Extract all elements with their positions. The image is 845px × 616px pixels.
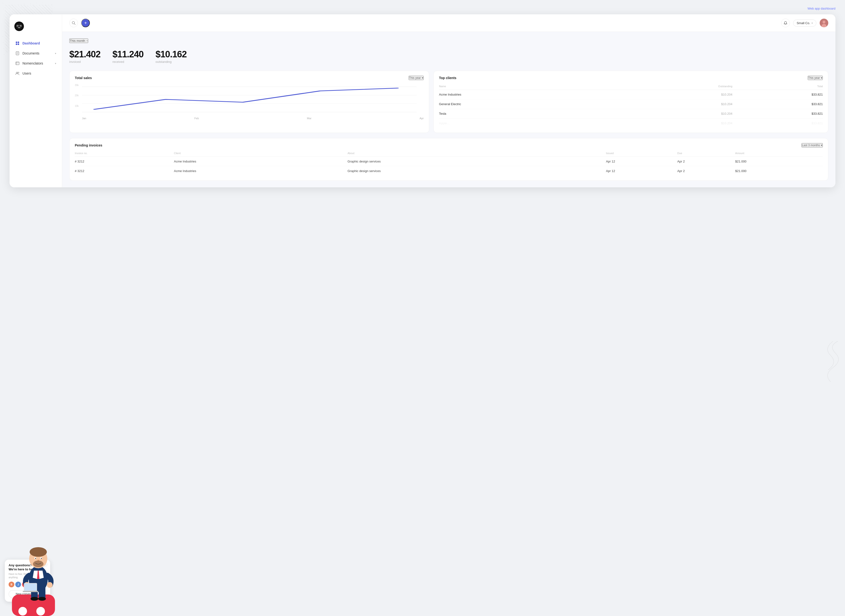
inv-col-issued: Issued [606, 151, 678, 157]
stats-period-button[interactable]: This month ▾ [69, 38, 88, 43]
total-sales-period-button[interactable]: This year ▾ [409, 76, 424, 80]
x-label-mar: Mar [307, 117, 312, 120]
svg-point-4 [20, 26, 21, 26]
client-outstanding: $10.204 [618, 90, 732, 100]
sidebar-nav: Dashboard Documents ▾ [10, 38, 62, 78]
svg-point-6 [21, 25, 22, 26]
svg-rect-8 [18, 42, 19, 43]
invoice-issued: Apr 12 [606, 166, 678, 176]
client-total: $33.821 [732, 109, 823, 119]
top-clients-period-label: This year [808, 76, 820, 79]
dashboard-icon [15, 41, 20, 45]
table-row[interactable]: Acme Industries $10.204 $33.821 [439, 90, 823, 100]
top-clients-header: Top clients This year ▾ [439, 76, 823, 80]
total-sales-period-label: This year [409, 76, 421, 79]
top-clients-caret-icon: ▾ [821, 76, 822, 79]
received-value: $11.240 [112, 49, 144, 60]
invoice-amount: $21.000 [735, 157, 823, 166]
help-avatar-2: J [15, 582, 21, 587]
col-total: Total [732, 84, 823, 90]
nomenclators-icon [15, 61, 20, 66]
svg-point-3 [18, 26, 19, 26]
sidebar-dashboard-label: Dashboard [22, 41, 40, 45]
help-widget: Any questions? We're here to help Have n… [5, 560, 50, 602]
svg-rect-10 [18, 44, 19, 45]
invoice-about: Graphic design services [348, 157, 606, 166]
svg-point-5 [17, 25, 18, 26]
svg-point-43 [40, 557, 42, 559]
invoice-client: Acme Industries [174, 166, 348, 176]
company-selector[interactable]: Small Co. ▾ [793, 20, 816, 26]
total-sales-header: Total sales This year ▾ [75, 76, 424, 80]
table-row[interactable]: Apple... $10.204 $33.821 [439, 119, 823, 128]
pending-invoices-title: Pending invoices [75, 143, 102, 147]
chevron-down-icon: ▾ [55, 52, 56, 55]
invoice-about: Graphic design services [348, 166, 606, 176]
outstanding-stat: $10.162 outstanding [156, 49, 186, 63]
svg-rect-7 [16, 42, 17, 43]
top-clients-title: Top clients [439, 76, 456, 80]
header: + Small Co. ▾ [62, 14, 835, 32]
table-row[interactable]: # 3212 Acme Industries Graphic design se… [75, 166, 823, 176]
svg-point-23 [823, 21, 825, 23]
invoice-amount: $21.000 [735, 166, 823, 176]
svg-rect-15 [16, 62, 19, 65]
client-name: General Electric [439, 100, 618, 109]
invoice-number: # 3212 [75, 157, 174, 166]
client-outstanding: $10.204 [618, 109, 732, 119]
users-icon [15, 71, 20, 75]
search-button[interactable] [69, 19, 78, 27]
invoiced-stat: $21.402 invoiced [69, 49, 100, 63]
user-avatar[interactable] [820, 19, 828, 27]
sidebar-item-dashboard[interactable]: Dashboard [10, 38, 62, 48]
client-name: Acme Industries [439, 90, 618, 100]
invoiced-value: $21.402 [69, 49, 100, 60]
sidebar-item-nomenclators[interactable]: Nomenclators ▾ [10, 58, 62, 68]
chart-y-labels: 30k 20k 10k [75, 84, 79, 115]
inv-col-amount: Amount [735, 151, 823, 157]
svg-point-42 [34, 557, 36, 559]
invoice-due: Apr 2 [677, 157, 735, 166]
stats-period-label: This month [70, 39, 85, 43]
invoice-number: # 3212 [75, 166, 174, 176]
x-label-apr: Apr [420, 117, 424, 120]
invoice-issued: Apr 12 [606, 157, 678, 166]
svg-point-41 [29, 547, 47, 557]
inv-col-due: Due [677, 151, 735, 157]
invoices-period-button[interactable]: Last 3 months ▾ [801, 143, 823, 147]
watermark: Web app dashboard [807, 7, 835, 10]
invoices-period-label: Last 3 months [802, 144, 820, 147]
stats-row: $21.402 invoiced $11.240 received $10.16… [69, 49, 828, 63]
client-name: Tesla [439, 109, 618, 119]
received-stat: $11.240 received [112, 49, 144, 63]
invoiced-label: invoiced [69, 60, 100, 63]
table-row[interactable]: # 3212 Acme Industries Graphic design se… [75, 157, 823, 166]
notifications-button[interactable] [781, 19, 790, 27]
invoices-table: Invoice no. Client About Issued Due Amou… [75, 151, 823, 176]
main-content: + Small Co. ▾ [62, 14, 835, 187]
x-label-jan: Jan [82, 117, 86, 120]
outstanding-value: $10.162 [156, 49, 186, 60]
table-row[interactable]: General Electric $10.204 $33.821 [439, 100, 823, 109]
sidebar-item-documents[interactable]: Documents ▾ [10, 48, 62, 58]
invoice-due: Apr 2 [677, 166, 735, 176]
x-label-feb: Feb [194, 117, 199, 120]
help-title: Any questions? We're here to help [9, 563, 46, 572]
sidebar-item-users[interactable]: Users [10, 68, 62, 78]
new-conversation-button[interactable]: New conversatio... [9, 590, 46, 598]
add-button[interactable]: + [81, 19, 90, 27]
top-clients-period-button[interactable]: This year ▾ [808, 76, 823, 80]
invoices-caret-icon: ▾ [821, 144, 822, 147]
help-avatar-3: A [22, 582, 28, 587]
documents-icon [15, 51, 20, 56]
table-row[interactable]: Tesla $10.204 $33.821 [439, 109, 823, 119]
logo-icon [14, 22, 24, 31]
total-sales-caret-icon: ▾ [422, 76, 423, 79]
help-close-button[interactable] [43, 562, 47, 567]
client-total: $33.821 [732, 100, 823, 109]
total-sales-title: Total sales [75, 76, 92, 80]
chart-x-labels: Jan Feb Mar Apr [75, 117, 424, 120]
main-card: Dashboard Documents ▾ [10, 14, 835, 187]
y-label-30k: 30k [75, 84, 79, 87]
received-label: received [112, 60, 144, 63]
